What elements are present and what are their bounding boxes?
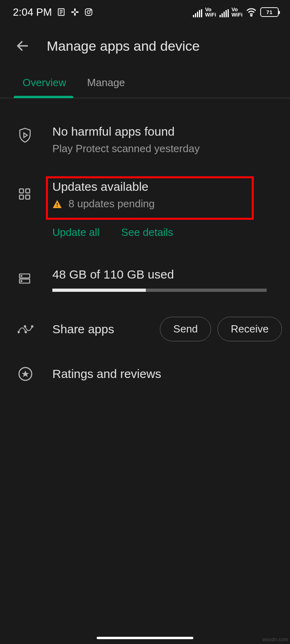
svg-point-36 xyxy=(25,331,27,333)
svg-rect-29 xyxy=(57,203,58,205)
svg-rect-30 xyxy=(57,206,58,207)
share-label: Share apps xyxy=(52,322,153,336)
svg-rect-13 xyxy=(197,12,198,17)
svg-rect-18 xyxy=(224,12,225,17)
storage-row[interactable]: 48 GB of 110 GB used xyxy=(0,239,290,292)
svg-point-10 xyxy=(90,10,91,10)
svg-rect-24 xyxy=(19,189,23,193)
share-icon xyxy=(18,324,52,334)
svg-point-35 xyxy=(18,331,19,333)
signal-1-icon: VoWiFi xyxy=(193,7,216,17)
update-all-button[interactable]: Update all xyxy=(52,226,99,239)
svg-rect-16 xyxy=(220,15,221,17)
storage-icon xyxy=(18,272,52,285)
svg-point-38 xyxy=(31,326,33,327)
storage-bar-fill xyxy=(52,289,146,292)
notif-icon-1 xyxy=(57,8,66,17)
share-row: Share apps Send Receive xyxy=(0,292,290,341)
tab-manage[interactable]: Manage xyxy=(82,76,130,98)
see-details-button[interactable]: See details xyxy=(121,226,173,239)
tabs: Overview Manage xyxy=(0,62,290,98)
tab-overview[interactable]: Overview xyxy=(18,76,71,98)
tab-label: Manage xyxy=(87,76,125,89)
battery-icon: 71 xyxy=(260,7,279,17)
svg-rect-7 xyxy=(76,11,79,13)
receive-button[interactable]: Receive xyxy=(218,317,282,341)
svg-marker-40 xyxy=(22,370,29,377)
signal-2-icon: VoWiFi xyxy=(220,7,242,17)
slack-icon xyxy=(70,8,79,17)
svg-rect-17 xyxy=(222,13,223,17)
svg-rect-15 xyxy=(201,9,202,17)
svg-rect-5 xyxy=(74,13,76,16)
svg-marker-23 xyxy=(24,133,27,137)
instagram-icon xyxy=(84,8,93,17)
play-protect-row[interactable]: No harmful apps found Play Protect scann… xyxy=(0,105,290,155)
protect-sub: Play Protect scanned yesterday xyxy=(52,142,282,155)
status-time: 2:04 PM xyxy=(13,6,52,19)
svg-point-34 xyxy=(21,281,22,282)
svg-rect-6 xyxy=(71,11,74,13)
svg-point-9 xyxy=(87,10,90,13)
shield-play-icon xyxy=(18,127,52,143)
storage-bar xyxy=(52,289,267,292)
ratings-label: Ratings and reviews xyxy=(52,367,161,381)
svg-rect-14 xyxy=(199,10,200,17)
page-title: Manage apps and device xyxy=(47,38,200,54)
battery-level: 71 xyxy=(266,9,272,15)
updates-title: Updates available xyxy=(52,180,282,194)
warning-icon xyxy=(52,200,62,208)
svg-rect-12 xyxy=(195,13,196,17)
header: Manage apps and device xyxy=(0,24,290,62)
status-bar: 2:04 PM VoWiFi VoWiFi 71 xyxy=(0,0,290,24)
svg-rect-25 xyxy=(26,189,30,193)
svg-rect-20 xyxy=(228,9,229,17)
wifi-icon xyxy=(246,8,257,17)
protect-title: No harmful apps found xyxy=(52,125,282,138)
svg-rect-27 xyxy=(26,195,30,199)
send-button[interactable]: Send xyxy=(160,317,211,341)
watermark: wsxdn.com xyxy=(262,637,288,642)
svg-point-37 xyxy=(24,326,26,327)
star-badge-icon xyxy=(18,366,52,382)
storage-title: 48 GB of 110 GB used xyxy=(52,268,282,281)
svg-rect-4 xyxy=(74,8,76,11)
svg-rect-19 xyxy=(226,10,227,17)
tab-label: Overview xyxy=(23,76,66,89)
updates-row[interactable]: Updates available 8 updates pending Upda… xyxy=(0,155,290,239)
apps-grid-icon xyxy=(18,187,52,201)
svg-point-21 xyxy=(251,15,252,16)
svg-rect-26 xyxy=(19,195,23,199)
svg-rect-11 xyxy=(193,15,194,17)
gesture-bar[interactable] xyxy=(97,637,193,639)
updates-sub: 8 updates pending xyxy=(68,198,155,210)
back-button[interactable] xyxy=(14,38,31,54)
svg-point-33 xyxy=(21,275,22,277)
ratings-row[interactable]: Ratings and reviews xyxy=(0,341,290,382)
